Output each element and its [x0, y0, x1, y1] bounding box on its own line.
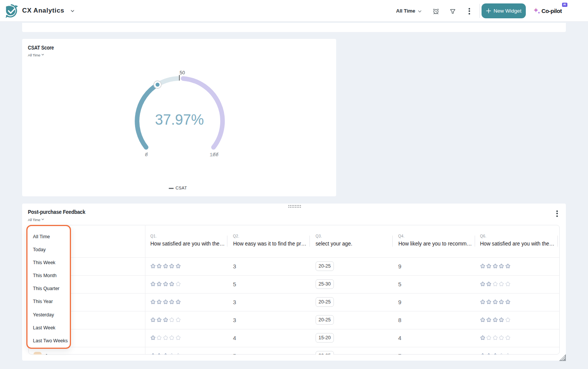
- svg-text:50: 50: [180, 70, 185, 75]
- svg-text:100: 100: [209, 152, 218, 158]
- svg-text:37.97%: 37.97%: [155, 111, 204, 128]
- svg-text:CSAT: CSAT: [176, 186, 187, 190]
- svg-text:0: 0: [145, 152, 148, 158]
